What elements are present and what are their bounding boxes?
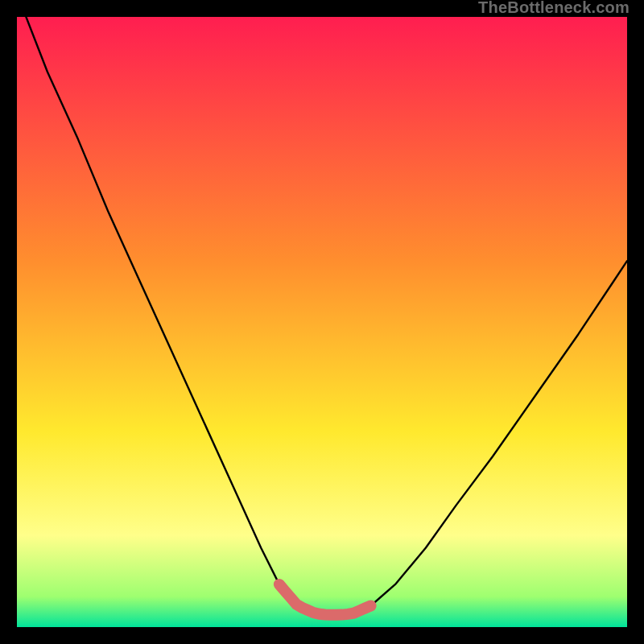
gradient-background: [17, 17, 627, 627]
watermark-text: TheBottleneck.com: [478, 0, 630, 17]
plot-svg: [17, 17, 627, 627]
plot-area: [17, 17, 627, 627]
chart-frame: TheBottleneck.com: [0, 0, 644, 644]
